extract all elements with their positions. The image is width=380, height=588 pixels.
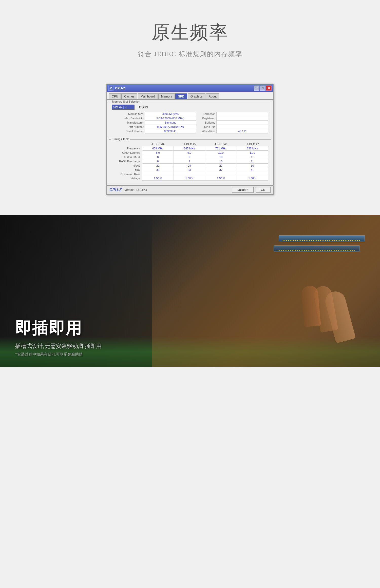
frequency-label: Frequency xyxy=(112,146,142,151)
cpuz-window: Z CPU-Z ─ □ ✕ CPU Caches Mainboard Memor… xyxy=(106,84,274,195)
max-bandwidth-value: PC3-12800 (800 MHz) xyxy=(145,116,196,121)
footer-version: Version 1.60.x64 xyxy=(124,188,147,192)
bottom-note: *安装过程中如果有疑问,可联系客服助助 xyxy=(15,352,102,357)
ok-button[interactable]: OK xyxy=(256,187,271,193)
freq-jedec7: 838 MHz xyxy=(237,146,268,151)
tras-label: tRAS xyxy=(112,164,142,168)
spd-ext-value xyxy=(217,125,268,129)
freq-jedec5: 685 MHz xyxy=(174,146,205,151)
table-row: Part Number M471B5273DH0-CK0 SPD Ext. xyxy=(112,125,268,129)
ras-pre-jedec6: 10 xyxy=(205,159,237,164)
trc-jedec6: 37 xyxy=(205,168,237,172)
ras-pre-jedec4: 8 xyxy=(142,159,174,164)
ras-cas-label: RAS# to CAS# xyxy=(112,155,142,159)
module-size-label: Module Size xyxy=(112,112,145,116)
module-size-value: 4096 MBytes xyxy=(145,112,196,116)
timings-group: Timings Table JEDEC #4 JEDEC #5 JEDEC #6… xyxy=(109,139,271,183)
buffered-label: Buffered xyxy=(196,121,217,125)
cr-jedec5 xyxy=(174,172,205,176)
tab-spd[interactable]: SPD xyxy=(175,93,187,99)
ram-contacts-1 xyxy=(283,240,361,241)
max-bandwidth-label: Max Bandwidth xyxy=(112,116,145,121)
hero-subtitle: 符合 JEDEC 标准规则的内存频率 xyxy=(0,50,380,58)
registered-value xyxy=(217,116,268,121)
tras-jedec7: 30 xyxy=(237,164,268,168)
timings-col-jedec6: JEDEC #6 xyxy=(205,142,237,146)
tab-bar: CPU Caches Mainboard Memory SPD Graphics… xyxy=(107,92,273,100)
cpuz-icon: Z xyxy=(108,86,113,91)
timings-group-label: Timings Table xyxy=(111,138,130,141)
cr-jedec6 xyxy=(205,172,237,176)
week-year-value: 46 / 11 xyxy=(217,129,268,133)
window-footer: CPU-Z Version 1.60.x64 Validate OK xyxy=(107,185,273,194)
close-button[interactable]: ✕ xyxy=(266,86,272,91)
trc-label: tRC xyxy=(112,168,142,172)
bottom-main-title: 即插即用 xyxy=(15,317,102,339)
timings-header-row: JEDEC #4 JEDEC #5 JEDEC #6 JEDEC #7 xyxy=(112,142,268,146)
ras-cas-jedec6: 10 xyxy=(205,155,237,159)
cr-jedec7 xyxy=(237,172,268,176)
ras-cas-jedec4: 8 xyxy=(142,155,174,159)
part-number-value: M471B5273DH0-CK0 xyxy=(145,125,196,129)
dropdown-arrow-icon: ▼ xyxy=(123,106,127,109)
volt-jedec5: 1.50 V xyxy=(174,176,205,181)
minimize-button[interactable]: ─ xyxy=(254,86,259,91)
bottom-section: 即插即用 插槽式设计,无需安装驱动,即插即用 *安装过程中如果有疑问,可联系客服… xyxy=(0,215,380,367)
serial-number-value: 003639A1 xyxy=(145,129,196,133)
manufacturer-label: Manufacturer xyxy=(112,121,145,125)
tab-graphics[interactable]: Graphics xyxy=(188,93,205,99)
slot-select-dropdown[interactable]: Slot #2 ▼ xyxy=(112,105,135,110)
timings-col-jedec7: JEDEC #7 xyxy=(237,142,268,146)
memory-slot-group: Memory Slot Selection Slot #2 ▼ DDR3 Mod… xyxy=(109,102,271,137)
timings-col-jedec5: JEDEC #5 xyxy=(174,142,205,146)
table-row: Module Size 4096 MBytes Correction xyxy=(112,112,268,116)
footer-left: CPU-Z Version 1.60.x64 xyxy=(109,188,147,192)
correction-value xyxy=(217,112,268,116)
trc-jedec4: 30 xyxy=(142,168,174,172)
slot-select-value: Slot #2 xyxy=(113,105,122,109)
maximize-button[interactable]: □ xyxy=(260,86,265,91)
tab-cpu[interactable]: CPU xyxy=(109,93,121,99)
freq-jedec4: 609 MHz xyxy=(142,146,174,151)
volt-jedec7: 1.50 V xyxy=(237,176,268,181)
freq-jedec6: 761 MHz xyxy=(205,146,237,151)
registered-label: Registered xyxy=(196,116,217,121)
info-table: Module Size 4096 MBytes Correction Max B… xyxy=(112,112,268,133)
ram-contacts-2 xyxy=(278,250,356,251)
validate-button[interactable]: Validate xyxy=(232,187,253,193)
cr-jedec4 xyxy=(142,172,174,176)
manufacturer-value: Samsung xyxy=(145,121,196,125)
command-rate-label: Command Rate xyxy=(112,172,142,176)
tras-jedec6: 27 xyxy=(205,164,237,168)
ras-pre-jedec5: 9 xyxy=(174,159,205,164)
table-row: Max Bandwidth PC3-12800 (800 MHz) Regist… xyxy=(112,116,268,121)
footer-brand: CPU-Z xyxy=(109,188,122,192)
tab-memory[interactable]: Memory xyxy=(158,93,175,99)
title-bar-left: Z CPU-Z xyxy=(108,86,125,91)
window-title: CPU-Z xyxy=(115,86,125,90)
ram-stick-2 xyxy=(274,245,360,251)
week-year-label: Week/Year xyxy=(196,129,217,133)
ras-cas-jedec7: 11 xyxy=(237,155,268,159)
correction-label: Correction xyxy=(196,112,217,116)
table-row: RAS# to CAS# 8 9 10 11 xyxy=(112,155,268,159)
table-row: Command Rate xyxy=(112,172,268,176)
ram-stick-1 xyxy=(279,235,365,241)
table-row: RAS# Precharge 8 9 10 11 xyxy=(112,159,268,164)
bottom-subtitle: 插槽式设计,无需安装驱动,即插即用 xyxy=(15,342,102,350)
timings-col-header-empty xyxy=(112,142,142,146)
memory-slot-group-label: Memory Slot Selection xyxy=(111,100,141,103)
tab-mainboard[interactable]: Mainboard xyxy=(138,93,158,99)
cas-latency-label: CAS# Latency xyxy=(112,151,142,155)
table-row: tRAS 22 24 27 30 xyxy=(112,164,268,168)
hero-title: 原生频率 xyxy=(0,20,380,45)
trc-jedec5: 33 xyxy=(174,168,205,172)
ras-cas-jedec5: 9 xyxy=(174,155,205,159)
volt-jedec4: 1.50 V xyxy=(142,176,174,181)
window-container: Z CPU-Z ─ □ ✕ CPU Caches Mainboard Memor… xyxy=(0,74,380,215)
tab-about[interactable]: About xyxy=(206,93,219,99)
tab-caches[interactable]: Caches xyxy=(121,93,137,99)
tras-jedec4: 22 xyxy=(142,164,174,168)
ras-pre-jedec7: 11 xyxy=(237,159,268,164)
cas-jedec5: 9.0 xyxy=(174,151,205,155)
